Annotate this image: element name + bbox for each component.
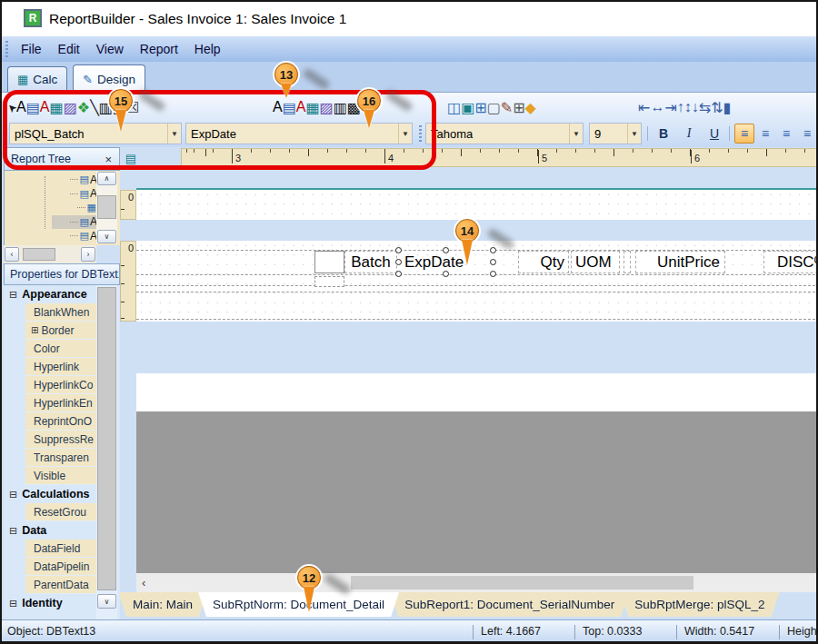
pagestyle-tool[interactable]: ▢	[487, 99, 501, 116]
chevron-down-icon[interactable]: ▼	[627, 124, 641, 144]
selection-handle[interactable]	[395, 271, 402, 277]
band-view-icon[interactable]: ▤	[122, 149, 140, 167]
subreport-tool[interactable]: ▣	[461, 99, 474, 116]
chevron-down-icon[interactable]: ▼	[569, 124, 583, 144]
report-tree-node[interactable]: ▤ A	[52, 229, 97, 243]
design-horizontal-scrollbar[interactable]: ‹	[136, 573, 818, 592]
report-tree-node[interactable]: ▤ A	[52, 215, 97, 230]
property-row-transparent[interactable]: Transparen	[25, 449, 98, 467]
expand-collapse-icon[interactable]: ⊞	[31, 325, 38, 335]
scroll-down-icon[interactable]: ∨	[97, 230, 116, 243]
report-tree-node[interactable]: ▦	[52, 201, 97, 215]
property-row-border[interactable]: ⊞ Border	[25, 322, 98, 340]
selection-handle[interactable]	[443, 271, 449, 277]
scroll-left-icon[interactable]: ‹	[142, 576, 145, 590]
menu-help[interactable]: Help	[186, 39, 229, 59]
align-center-icon[interactable]: ↔	[650, 99, 664, 115]
scrollbar-thumb[interactable]	[351, 576, 693, 590]
property-row-datapipeline[interactable]: DataPipelin	[25, 558, 98, 576]
richtext-tool[interactable]: A	[40, 99, 50, 115]
dbrichtext-tool[interactable]: A	[296, 99, 306, 115]
field-qty[interactable]: Qty	[518, 251, 569, 273]
empty-field-box[interactable]	[314, 251, 344, 273]
property-row-datafield[interactable]: DataField	[25, 540, 98, 558]
tab-subrptmerge[interactable]: SubRptMerge: plSQL_2	[620, 592, 779, 617]
paintbrush-tool[interactable]: ✎	[501, 99, 513, 116]
grid-tool[interactable]: ⊞	[513, 99, 524, 116]
font-size-combo[interactable]: 9 ▼	[589, 123, 642, 144]
scroll-up-icon[interactable]: ∧	[97, 172, 116, 185]
dbcalc-tool[interactable]: ▦	[305, 99, 319, 116]
region-tool[interactable]: ◫	[447, 99, 461, 116]
align-top-icon[interactable]: ↑	[677, 99, 684, 115]
chevron-down-icon[interactable]: ▼	[167, 124, 181, 144]
selection-handle[interactable]	[490, 247, 496, 253]
scrollbar-thumb[interactable]	[23, 248, 55, 261]
line-tool[interactable]: ╲	[90, 99, 99, 116]
size-icon[interactable]: ▮	[723, 99, 732, 116]
property-row-color[interactable]: Color	[25, 340, 98, 358]
menu-report[interactable]: Report	[132, 39, 186, 59]
memo-tool[interactable]: ▤	[26, 99, 40, 116]
tree-horizontal-scrollbar[interactable]: ‹ ›	[4, 245, 96, 263]
header-band[interactable]	[136, 190, 818, 220]
dbimage-tool[interactable]: ▨	[320, 99, 334, 116]
property-row-blankwhenzero[interactable]: BlankWhen	[25, 303, 98, 322]
menu-edit[interactable]: Edit	[50, 39, 88, 59]
field-unitprice[interactable]: UnitPrice	[635, 251, 725, 273]
align-middle-icon[interactable]: ↕	[684, 99, 692, 115]
text-align-right-button[interactable]: ≡	[776, 124, 796, 144]
property-row-hyperlinkcolor[interactable]: HyperlinkCo	[25, 376, 98, 394]
menu-view[interactable]: View	[88, 39, 132, 59]
italic-button[interactable]: I	[678, 124, 700, 144]
field-batch[interactable]: Batch	[344, 251, 397, 273]
align-bottom-icon[interactable]: ↓	[692, 99, 699, 115]
expand-collapse-icon[interactable]: ⊟	[9, 489, 17, 500]
chart-tool[interactable]: ◆	[525, 99, 536, 116]
text-align-center-button[interactable]: ≡	[755, 124, 775, 144]
space-horizontal-icon[interactable]: ⇆	[699, 99, 711, 116]
property-row-resetgroup[interactable]: ResetGrou	[25, 503, 98, 521]
properties-scrollbar[interactable]: ∨	[96, 285, 117, 619]
underline-button[interactable]: U	[703, 124, 725, 144]
select-tool[interactable]: ➤	[7, 99, 16, 115]
selection-handle[interactable]	[490, 259, 496, 265]
close-icon[interactable]: ×	[105, 153, 119, 166]
align-right-icon[interactable]: ⇥	[664, 99, 676, 116]
space-vertical-icon[interactable]: ⇅	[711, 99, 723, 116]
field-uom[interactable]: UOM	[571, 251, 620, 273]
align-left-icon[interactable]: ⇤	[638, 99, 650, 116]
selection-handle[interactable]	[490, 271, 496, 277]
text-align-justify-button[interactable]: ≡	[797, 124, 817, 144]
font-name-combo[interactable]: Tahoma ▼	[425, 123, 584, 144]
chevron-down-icon[interactable]: ▼	[398, 124, 412, 144]
expand-collapse-icon[interactable]: ⊟	[9, 598, 17, 609]
text-align-left-button[interactable]: ≡	[734, 124, 754, 144]
pipeline-combo[interactable]: plSQL_Batch ▼	[9, 123, 182, 144]
tab-main[interactable]: Main: Main	[120, 592, 207, 617]
dbbarcode-tool[interactable]: ▥	[334, 99, 347, 116]
menu-file[interactable]: File	[13, 39, 50, 59]
property-row-visible[interactable]: Visible	[25, 467, 98, 485]
dbtext-tool[interactable]: A	[273, 99, 283, 115]
expand-collapse-icon[interactable]: ⊟	[9, 289, 17, 301]
expand-collapse-icon[interactable]: ⊟	[9, 525, 17, 537]
tree-vertical-scrollbar[interactable]: ∧ ∨	[96, 172, 117, 243]
selection-handle[interactable]	[395, 259, 402, 265]
property-row-suppressrepeated[interactable]: SuppressRe	[25, 431, 98, 449]
scroll-left-icon[interactable]: ‹	[5, 247, 19, 262]
property-row-reprinton[interactable]: ReprintOnO	[25, 412, 98, 431]
scrollbar-thumb[interactable]	[97, 195, 116, 219]
scrollbar-thumb[interactable]	[97, 287, 116, 590]
property-row-hyperlink[interactable]: Hyperlink	[25, 358, 98, 376]
dbmemo-tool[interactable]: ▤	[283, 99, 296, 116]
tab-calc[interactable]: ▦ Calc	[7, 66, 67, 92]
small-field-box[interactable]	[314, 276, 344, 287]
property-row-parentdata[interactable]: ParentData	[25, 576, 98, 594]
field-narrow[interactable]	[623, 251, 631, 273]
bold-button[interactable]: B	[653, 124, 674, 144]
property-row-hyperlinkenabled[interactable]: HyperlinkEn	[25, 394, 98, 412]
selection-handle[interactable]	[443, 247, 449, 253]
crosstab-tool[interactable]: ⊞	[474, 99, 486, 116]
report-tree-node[interactable]: ▤ A	[52, 187, 97, 202]
